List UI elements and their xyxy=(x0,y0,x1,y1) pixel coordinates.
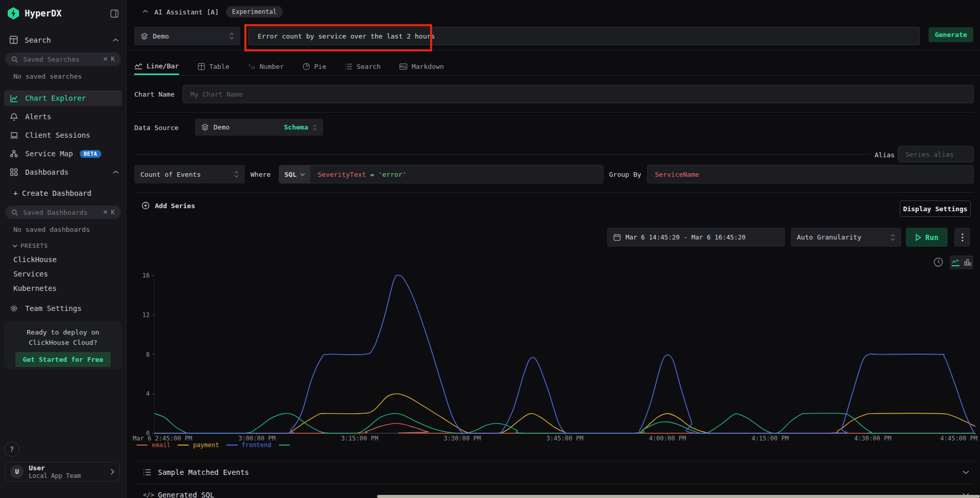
saved-searches-input[interactable]: ⌘ K xyxy=(5,52,121,66)
alias-label: Alias xyxy=(875,151,895,159)
aggregation-select[interactable]: Count of Events xyxy=(134,165,245,183)
tab-search[interactable]: Search xyxy=(345,58,381,75)
user-name: User xyxy=(29,464,105,472)
bar-style-button[interactable] xyxy=(964,259,971,266)
sql-language-select[interactable]: SQL xyxy=(279,165,310,183)
number-icon: 123 xyxy=(248,63,256,70)
sidebar-item-client-sessions[interactable]: Client Sessions xyxy=(4,127,122,143)
line-style-button[interactable] xyxy=(952,259,959,266)
legend-item[interactable]: payment xyxy=(177,441,219,449)
saved-searches-field[interactable] xyxy=(22,55,99,64)
sidebar-item-chart-explorer[interactable]: Chart Explorer xyxy=(4,90,122,106)
legend-label: email xyxy=(152,441,170,449)
user-menu[interactable]: U User Local App Team xyxy=(5,462,120,482)
svg-text:4: 4 xyxy=(146,390,150,397)
saved-dashboards-input[interactable]: ⌘ K xyxy=(5,206,121,219)
get-started-button[interactable]: Get Started for Free xyxy=(15,352,111,367)
saved-dashboards-field[interactable] xyxy=(22,208,99,217)
group-by-input[interactable]: ServiceName xyxy=(647,165,974,183)
granularity-value: Auto Granularity xyxy=(797,233,886,241)
help-button[interactable]: ? xyxy=(4,441,20,457)
chart-type-tabs: Line/Bar Table 123 Number Pie xyxy=(134,58,444,75)
chevron-down-icon xyxy=(963,470,969,474)
sample-matched-events-section[interactable]: Sample Matched Events xyxy=(126,461,980,484)
app-root: HyperDX Search ⌘ K No saved searches xyxy=(0,0,980,498)
sql-language-value: SQL xyxy=(284,171,296,178)
chevron-up-icon xyxy=(113,38,119,42)
run-button[interactable]: Run xyxy=(906,228,948,247)
generated-sql-label: Generated SQL xyxy=(158,491,215,498)
add-series-button[interactable]: Add Series xyxy=(141,201,195,210)
avatar: U xyxy=(10,465,24,478)
legend-item[interactable] xyxy=(279,445,290,446)
list-icon xyxy=(143,469,151,476)
chevron-down-icon xyxy=(12,244,17,248)
where-expression[interactable]: SeverityText = 'error' xyxy=(310,171,406,178)
markdown-icon xyxy=(399,63,407,70)
tab-label: Markdown xyxy=(412,63,444,70)
sample-events-label: Sample Matched Events xyxy=(158,468,249,476)
sidebar-item-team-settings[interactable]: Team Settings xyxy=(4,301,122,316)
svg-text:Mar 6 2:45:00 PM: Mar 6 2:45:00 PM xyxy=(133,435,192,442)
legend-item[interactable]: frontend xyxy=(226,441,272,449)
alias-input[interactable] xyxy=(904,150,967,159)
svg-text:3:45:00 PM: 3:45:00 PM xyxy=(546,435,583,442)
user-team: Local App Team xyxy=(29,472,105,479)
presets-label: PRESETS xyxy=(21,243,48,249)
cloud-card-text: Ready to deploy on ClickHouse Cloud? xyxy=(4,321,122,348)
preset-services[interactable]: Services xyxy=(13,270,126,278)
svg-text:8: 8 xyxy=(146,351,150,358)
plus-circle-icon xyxy=(141,201,150,210)
dashboards-icon xyxy=(9,168,19,176)
data-source-select[interactable]: Demo Schema xyxy=(195,119,323,136)
svg-text:4:30:00 PM: 4:30:00 PM xyxy=(854,435,891,442)
layers-icon xyxy=(140,32,148,40)
date-range-picker[interactable]: Mar 6 14:45:20 - Mar 6 16:45:20 xyxy=(607,228,785,247)
sidebar-item-dashboards[interactable]: Dashboards xyxy=(4,164,119,180)
ai-prompt-input[interactable] xyxy=(257,32,913,41)
tab-label: Line/Bar xyxy=(147,62,179,70)
alerts-label: Alerts xyxy=(25,113,51,121)
experimental-badge: Experimental xyxy=(226,6,283,17)
preset-clickhouse[interactable]: ClickHouse xyxy=(13,255,126,264)
line-chart-icon xyxy=(952,259,959,265)
tab-markdown[interactable]: Markdown xyxy=(399,58,444,75)
time-toggle-button[interactable] xyxy=(933,257,943,267)
sidebar-item-alerts[interactable]: Alerts xyxy=(4,109,122,124)
display-settings-button[interactable]: Display Settings xyxy=(900,200,971,217)
schema-link[interactable]: Schema xyxy=(284,123,308,131)
sidebar-item-search[interactable]: Search xyxy=(9,35,119,44)
tab-line-bar[interactable]: Line/Bar xyxy=(134,58,179,75)
clock-icon xyxy=(933,257,943,267)
svg-text:3:30:00 PM: 3:30:00 PM xyxy=(443,435,480,442)
chevron-up-icon xyxy=(113,170,119,174)
presets-header[interactable]: PRESETS xyxy=(12,243,126,249)
horizontal-scrollbar[interactable] xyxy=(377,495,980,498)
sidebar-collapse-icon[interactable] xyxy=(110,9,119,18)
tab-number[interactable]: 123 Number xyxy=(248,58,284,75)
chart-name-input[interactable] xyxy=(189,90,967,99)
more-options-button[interactable] xyxy=(954,228,970,247)
granularity-select[interactable]: Auto Granularity xyxy=(791,228,901,247)
tab-table[interactable]: Table xyxy=(198,58,229,75)
tab-label: Number xyxy=(260,63,284,70)
generate-button[interactable]: Generate xyxy=(929,27,973,42)
add-series-label: Add Series xyxy=(155,202,195,210)
sidebar-item-service-map[interactable]: Service Map BETA xyxy=(4,146,122,161)
create-dashboard-button[interactable]: + Create Dashboard xyxy=(13,189,126,197)
legend-item[interactable]: email xyxy=(136,441,170,449)
help-icon: ? xyxy=(10,445,14,453)
preset-kubernetes[interactable]: Kubernetes xyxy=(13,284,126,292)
chart-svg[interactable]: 0481216Mar 6 2:45:00 PM3:00:00 PM3:15:00… xyxy=(131,272,978,443)
collapse-assistant-icon[interactable] xyxy=(142,9,148,13)
sql-field-token: SeverityText xyxy=(317,171,366,178)
main-content: AI Assistant [A] Experimental Demo Gener… xyxy=(126,0,980,498)
team-settings-label: Team Settings xyxy=(25,304,82,312)
select-chevrons-icon xyxy=(890,234,895,241)
aggregation-value: Count of Events xyxy=(140,171,229,178)
chevron-right-icon xyxy=(110,469,114,475)
tab-pie[interactable]: Pie xyxy=(302,58,326,75)
svg-text:23: 23 xyxy=(251,66,255,70)
select-chevrons-icon xyxy=(229,32,234,40)
ai-source-select[interactable]: Demo xyxy=(134,27,240,45)
